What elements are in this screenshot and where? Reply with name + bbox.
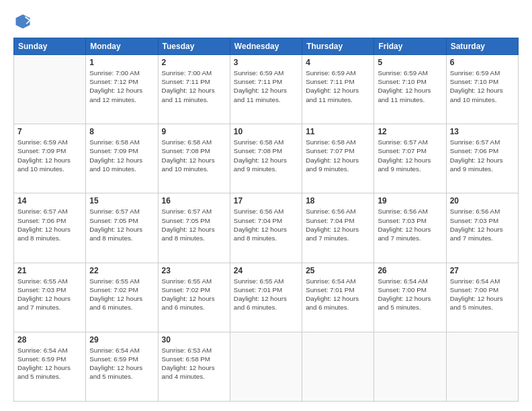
calendar-cell: 20Sunrise: 6:56 AM Sunset: 7:03 PM Dayli… <box>446 193 518 263</box>
calendar-cell: 9Sunrise: 6:58 AM Sunset: 7:08 PM Daylig… <box>158 124 230 193</box>
day-info: Sunrise: 6:57 AM Sunset: 7:05 PM Dayligh… <box>89 207 154 242</box>
calendar-cell: 21Sunrise: 6:55 AM Sunset: 7:03 PM Dayli… <box>14 263 86 332</box>
day-number: 7 <box>17 127 82 136</box>
page: SundayMondayTuesdayWednesdayThursdayFrid… <box>0 0 532 411</box>
day-number: 25 <box>306 266 370 275</box>
day-info: Sunrise: 6:59 AM Sunset: 7:10 PM Dayligh… <box>450 68 515 104</box>
day-number: 4 <box>306 58 370 67</box>
calendar-cell: 4Sunrise: 6:59 AM Sunset: 7:11 PM Daylig… <box>302 55 374 124</box>
day-number: 11 <box>306 127 370 136</box>
calendar-cell: 24Sunrise: 6:55 AM Sunset: 7:01 PM Dayli… <box>230 263 302 332</box>
day-number: 9 <box>162 127 226 136</box>
calendar-cell: 23Sunrise: 6:55 AM Sunset: 7:02 PM Dayli… <box>158 263 230 332</box>
calendar-cell: 30Sunrise: 6:53 AM Sunset: 6:58 PM Dayli… <box>158 332 230 401</box>
calendar-week-row: 28Sunrise: 6:54 AM Sunset: 6:59 PM Dayli… <box>14 332 519 401</box>
day-number: 15 <box>89 196 154 205</box>
day-number: 19 <box>378 196 442 205</box>
day-number: 21 <box>17 266 82 275</box>
day-info: Sunrise: 6:54 AM Sunset: 6:59 PM Dayligh… <box>89 346 154 381</box>
day-number: 8 <box>89 127 154 136</box>
day-info: Sunrise: 6:59 AM Sunset: 7:11 PM Dayligh… <box>306 68 370 104</box>
calendar-cell: 6Sunrise: 6:59 AM Sunset: 7:10 PM Daylig… <box>446 55 518 124</box>
calendar-cell: 22Sunrise: 6:55 AM Sunset: 7:02 PM Dayli… <box>86 263 158 332</box>
day-info: Sunrise: 6:55 AM Sunset: 7:02 PM Dayligh… <box>162 277 226 312</box>
calendar-cell: 27Sunrise: 6:54 AM Sunset: 7:00 PM Dayli… <box>446 263 518 332</box>
calendar-cell: 12Sunrise: 6:57 AM Sunset: 7:07 PM Dayli… <box>374 124 446 193</box>
day-info: Sunrise: 6:54 AM Sunset: 6:59 PM Dayligh… <box>17 346 82 381</box>
calendar-cell: 25Sunrise: 6:54 AM Sunset: 7:01 PM Dayli… <box>302 263 374 332</box>
day-info: Sunrise: 6:58 AM Sunset: 7:08 PM Dayligh… <box>162 138 226 173</box>
day-number: 20 <box>450 196 515 205</box>
weekday-header: Saturday <box>446 38 518 55</box>
day-info: Sunrise: 6:59 AM Sunset: 7:11 PM Dayligh… <box>234 68 298 104</box>
day-number: 3 <box>234 58 298 67</box>
calendar-cell <box>374 332 446 401</box>
calendar-cell: 13Sunrise: 6:57 AM Sunset: 7:06 PM Dayli… <box>446 124 518 193</box>
logo <box>13 12 35 31</box>
day-number: 10 <box>234 127 298 136</box>
day-number: 26 <box>378 266 442 275</box>
day-info: Sunrise: 6:54 AM Sunset: 7:01 PM Dayligh… <box>306 277 370 312</box>
weekday-header: Wednesday <box>230 38 302 55</box>
day-number: 28 <box>17 335 82 345</box>
calendar-cell: 11Sunrise: 6:58 AM Sunset: 7:07 PM Dayli… <box>302 124 374 193</box>
weekday-header: Thursday <box>302 38 374 55</box>
calendar-body: 1Sunrise: 7:00 AM Sunset: 7:12 PM Daylig… <box>14 55 519 402</box>
calendar-cell: 28Sunrise: 6:54 AM Sunset: 6:59 PM Dayli… <box>14 332 86 401</box>
calendar-cell: 19Sunrise: 6:56 AM Sunset: 7:03 PM Dayli… <box>374 193 446 263</box>
calendar-cell: 17Sunrise: 6:56 AM Sunset: 7:04 PM Dayli… <box>230 193 302 263</box>
calendar-cell: 1Sunrise: 7:00 AM Sunset: 7:12 PM Daylig… <box>86 55 158 124</box>
day-info: Sunrise: 6:55 AM Sunset: 7:02 PM Dayligh… <box>89 277 154 312</box>
day-info: Sunrise: 6:56 AM Sunset: 7:04 PM Dayligh… <box>234 207 298 242</box>
day-number: 2 <box>162 58 226 67</box>
day-number: 24 <box>234 266 298 275</box>
calendar-cell <box>302 332 374 401</box>
day-info: Sunrise: 6:57 AM Sunset: 7:06 PM Dayligh… <box>17 207 82 242</box>
day-number: 17 <box>234 196 298 205</box>
weekday-header: Friday <box>374 38 446 55</box>
day-number: 18 <box>306 196 370 205</box>
day-info: Sunrise: 6:56 AM Sunset: 7:04 PM Dayligh… <box>306 207 370 242</box>
day-number: 12 <box>378 127 442 136</box>
day-number: 27 <box>450 266 515 275</box>
calendar-cell: 8Sunrise: 6:58 AM Sunset: 7:09 PM Daylig… <box>86 124 158 193</box>
day-info: Sunrise: 6:54 AM Sunset: 7:00 PM Dayligh… <box>450 277 515 312</box>
day-number: 14 <box>17 196 82 205</box>
day-info: Sunrise: 6:53 AM Sunset: 6:58 PM Dayligh… <box>162 346 226 381</box>
day-number: 23 <box>162 266 226 275</box>
day-info: Sunrise: 6:57 AM Sunset: 7:06 PM Dayligh… <box>450 138 515 173</box>
day-number: 22 <box>89 266 154 275</box>
calendar-cell: 3Sunrise: 6:59 AM Sunset: 7:11 PM Daylig… <box>230 55 302 124</box>
day-info: Sunrise: 6:59 AM Sunset: 7:10 PM Dayligh… <box>378 68 442 104</box>
day-info: Sunrise: 7:00 AM Sunset: 7:12 PM Dayligh… <box>89 68 154 104</box>
weekday-header: Sunday <box>14 38 86 55</box>
logo-icon <box>13 12 32 31</box>
weekday-row: SundayMondayTuesdayWednesdayThursdayFrid… <box>14 38 519 55</box>
calendar-week-row: 7Sunrise: 6:59 AM Sunset: 7:09 PM Daylig… <box>14 124 519 193</box>
day-info: Sunrise: 6:58 AM Sunset: 7:09 PM Dayligh… <box>89 138 154 173</box>
day-number: 29 <box>89 335 154 345</box>
calendar-cell: 16Sunrise: 6:57 AM Sunset: 7:05 PM Dayli… <box>158 193 230 263</box>
day-number: 5 <box>378 58 442 67</box>
calendar-cell: 18Sunrise: 6:56 AM Sunset: 7:04 PM Dayli… <box>302 193 374 263</box>
header <box>13 12 519 31</box>
calendar-header: SundayMondayTuesdayWednesdayThursdayFrid… <box>14 38 519 55</box>
calendar-week-row: 14Sunrise: 6:57 AM Sunset: 7:06 PM Dayli… <box>14 193 519 263</box>
day-info: Sunrise: 6:58 AM Sunset: 7:07 PM Dayligh… <box>306 138 370 173</box>
calendar-cell: 29Sunrise: 6:54 AM Sunset: 6:59 PM Dayli… <box>86 332 158 401</box>
calendar-cell: 15Sunrise: 6:57 AM Sunset: 7:05 PM Dayli… <box>86 193 158 263</box>
day-info: Sunrise: 6:57 AM Sunset: 7:07 PM Dayligh… <box>378 138 442 173</box>
day-info: Sunrise: 6:58 AM Sunset: 7:08 PM Dayligh… <box>234 138 298 173</box>
day-number: 30 <box>162 335 226 345</box>
day-info: Sunrise: 6:57 AM Sunset: 7:05 PM Dayligh… <box>162 207 226 242</box>
calendar-cell <box>446 332 518 401</box>
day-info: Sunrise: 6:55 AM Sunset: 7:03 PM Dayligh… <box>17 277 82 312</box>
calendar-cell: 14Sunrise: 6:57 AM Sunset: 7:06 PM Dayli… <box>14 193 86 263</box>
day-number: 16 <box>162 196 226 205</box>
calendar-table: SundayMondayTuesdayWednesdayThursdayFrid… <box>13 38 519 402</box>
weekday-header: Tuesday <box>158 38 230 55</box>
calendar-week-row: 1Sunrise: 7:00 AM Sunset: 7:12 PM Daylig… <box>14 55 519 124</box>
day-info: Sunrise: 6:59 AM Sunset: 7:09 PM Dayligh… <box>17 138 82 173</box>
calendar-cell <box>14 55 86 124</box>
day-number: 1 <box>89 58 154 67</box>
